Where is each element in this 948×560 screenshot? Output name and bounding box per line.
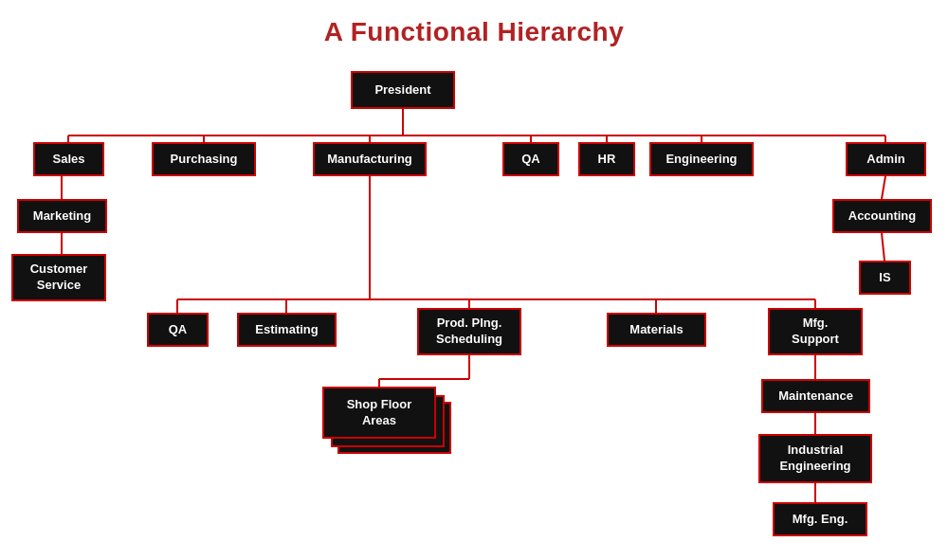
hr-node: HR — [578, 142, 635, 176]
industrial-engineering-node: Industrial Engineering — [758, 434, 872, 483]
mfg-support-node: Mfg. Support — [768, 308, 863, 355]
manufacturing-node: Manufacturing — [313, 142, 427, 176]
qa-top-node: QA — [502, 142, 559, 176]
sales-node: Sales — [33, 142, 104, 176]
svg-line-12 — [882, 233, 884, 261]
engineering-node: Engineering — [649, 142, 754, 176]
accounting-node: Accounting — [832, 199, 932, 233]
president-node: President — [351, 71, 455, 109]
maintenance-node: Maintenance — [761, 379, 870, 413]
page-title: A Functional Hierarchy — [0, 0, 948, 47]
shop-floor-node: Shop Floor Areas — [322, 387, 436, 439]
mfg-eng-node: Mfg. Eng. — [773, 502, 867, 536]
is-node: IS — [859, 261, 911, 295]
qa-mfg-node: QA — [147, 313, 209, 347]
svg-line-11 — [882, 176, 885, 199]
estimating-node: Estimating — [237, 313, 337, 347]
customer-service-node: Customer Service — [11, 254, 106, 301]
admin-node: Admin — [846, 142, 926, 176]
purchasing-node: Purchasing — [152, 142, 256, 176]
prod-plng-node: Prod. Plng. Scheduling — [417, 308, 521, 355]
marketing-node: Marketing — [17, 199, 107, 233]
materials-node: Materials — [607, 313, 706, 347]
